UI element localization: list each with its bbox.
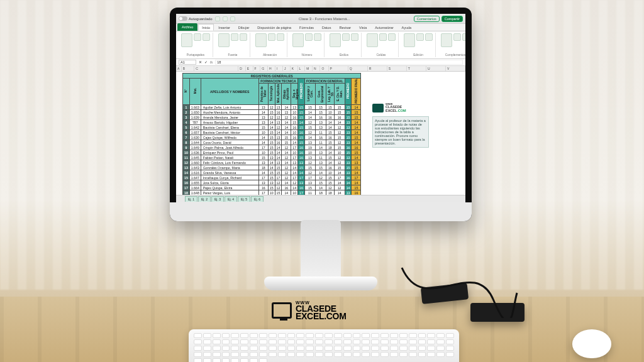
cell[interactable]: 13 <box>298 180 305 185</box>
cell[interactable]: 12 <box>334 160 345 165</box>
cell[interactable]: 14 <box>183 170 190 175</box>
fx-confirm-icon[interactable]: ✓ <box>204 60 208 64</box>
ribbon-icon[interactable] <box>379 33 387 41</box>
cell[interactable]: 15 <box>258 125 268 130</box>
cell[interactable]: 15 <box>298 115 305 120</box>
cell[interactable]: 15 <box>326 105 334 110</box>
cell[interactable]: 15 <box>316 110 326 115</box>
cell[interactable]: 17 <box>291 155 298 160</box>
cell[interactable]: Bautista Canchari, Héctor <box>201 130 258 135</box>
col-header[interactable]: C <box>194 66 238 71</box>
cell[interactable]: 1.663 <box>189 105 201 110</box>
cell[interactable]: 16 <box>258 185 268 190</box>
ribbon-tab[interactable]: Fórmulas <box>296 24 318 31</box>
cell[interactable]: 2 <box>183 110 190 115</box>
cell[interactable]: 12 <box>268 105 275 110</box>
cell[interactable]: Atoche Mendoza, Antonio <box>201 110 258 115</box>
cell[interactable]: 10 <box>258 150 268 155</box>
ribbon-tab[interactable]: Insertar <box>214 24 234 31</box>
ribbon-icon[interactable] <box>203 33 210 41</box>
grades-table[interactable]: REGISTROS GENERALES N° Mat. APELLIDOS Y … <box>182 73 361 195</box>
cell[interactable]: 1.645 <box>189 155 201 160</box>
col-header[interactable]: N <box>313 66 320 71</box>
cell[interactable]: 13 <box>258 105 268 110</box>
cell[interactable]: 15 <box>298 165 305 170</box>
table-row[interactable]: 111.645Fabian Paitan, Natali151314121716… <box>183 155 361 160</box>
cell[interactable]: 14 <box>282 105 291 110</box>
cell[interactable]: 15 <box>275 190 282 195</box>
cell[interactable]: 14 <box>352 155 361 160</box>
ribbon-tab[interactable]: Inicio <box>198 24 214 31</box>
cell[interactable]: 14 <box>298 120 305 125</box>
table-row[interactable]: 71.630Cajas Quispe, Wilfredo141513151615… <box>183 135 361 140</box>
qa-icon[interactable] <box>223 16 228 21</box>
cell[interactable]: Enriquez Pinco, Paul <box>201 150 258 155</box>
col-header[interactable]: V <box>446 66 465 71</box>
col-header[interactable]: U <box>426 66 446 71</box>
cell[interactable]: 10 <box>291 130 298 135</box>
cell[interactable]: Aguilar Zeña, Luis Antonio <box>201 105 258 110</box>
table-row[interactable]: 131.643Gonzales Ocampo, Maria18141512141… <box>183 165 361 170</box>
ribbon-icon[interactable] <box>453 33 461 41</box>
cell[interactable]: 18 <box>326 190 334 195</box>
cell[interactable]: 13 <box>345 155 352 160</box>
table-row[interactable]: 91.649Crispín Palma, José Alfredo1715141… <box>183 145 361 150</box>
cell[interactable]: 1.649 <box>189 145 201 150</box>
cell[interactable]: 15 <box>282 135 291 140</box>
cell[interactable]: Cajas Quispe, Wilfredo <box>201 135 258 140</box>
cell[interactable]: 15 <box>268 130 275 135</box>
cell[interactable]: 12 <box>304 120 315 125</box>
table-row[interactable]: 4787Arauco Bartolo, Higober1314131415141… <box>183 120 361 125</box>
formula-input[interactable]: 18 <box>215 60 463 65</box>
cell[interactable]: 15 <box>316 165 326 170</box>
cell[interactable]: 14 <box>352 105 361 110</box>
sheet-tab[interactable]: Ej. 4 <box>225 196 237 202</box>
cell[interactable]: 10 <box>326 110 334 115</box>
cell[interactable]: 14 <box>275 155 282 160</box>
cell[interactable]: 1.647 <box>189 175 201 180</box>
cell[interactable]: 13 <box>275 160 282 165</box>
cell[interactable]: 14 <box>258 110 268 115</box>
cell[interactable]: 14 <box>345 180 352 185</box>
cell[interactable]: 12 <box>282 170 291 175</box>
cell[interactable]: 11 <box>316 130 326 135</box>
cell[interactable]: 13 <box>345 160 352 165</box>
cell[interactable]: 14 <box>282 130 291 135</box>
cell[interactable]: 17 <box>258 175 268 180</box>
qa-icon[interactable] <box>230 16 235 21</box>
ribbon-icon[interactable] <box>305 33 313 41</box>
ribbon-tab[interactable]: Datos <box>318 24 335 31</box>
cell[interactable]: 15 <box>298 125 305 130</box>
cell[interactable]: 17 <box>298 190 305 195</box>
ribbon-icon[interactable] <box>194 33 201 41</box>
cell[interactable]: 14 <box>352 120 361 125</box>
cell[interactable]: 12 <box>275 115 282 120</box>
cell[interactable]: 14 <box>282 160 291 165</box>
column-headers[interactable]: ABCDEFGHIJKLMNOPQRSTUV <box>176 66 465 72</box>
cell[interactable]: 14 <box>282 150 291 155</box>
ribbon-icon[interactable] <box>292 33 304 47</box>
cell[interactable]: 14 <box>334 190 345 195</box>
cell[interactable]: 16 <box>183 180 190 185</box>
cell[interactable]: 18 <box>316 190 326 195</box>
ribbon-icon[interactable] <box>277 33 284 41</box>
cell[interactable]: 14 <box>352 140 361 145</box>
cell[interactable]: 17 <box>291 175 298 180</box>
cell[interactable]: 16 <box>282 185 291 190</box>
cell[interactable]: 1.664 <box>189 185 201 190</box>
cell[interactable]: 12 <box>282 165 291 170</box>
table-row[interactable]: 21.650Atoche Mendoza, Antonio14151613101… <box>183 110 361 115</box>
cell[interactable]: 15 <box>326 155 334 160</box>
fx-cancel-icon[interactable]: ✕ <box>199 60 202 64</box>
ribbon-tab[interactable]: Ayuda <box>398 24 416 31</box>
cell[interactable]: 15 <box>345 115 352 120</box>
cell[interactable]: 10 <box>326 170 334 175</box>
cell[interactable]: 14 <box>316 185 326 190</box>
cell[interactable]: 16 <box>275 140 282 145</box>
cell[interactable]: 13 <box>345 190 352 195</box>
cell[interactable]: 10 <box>291 190 298 195</box>
cell[interactable]: 12 <box>304 160 315 165</box>
cell[interactable]: 16 <box>291 125 298 130</box>
cell[interactable]: 11 <box>183 155 190 160</box>
cell[interactable]: 11 <box>304 190 315 195</box>
